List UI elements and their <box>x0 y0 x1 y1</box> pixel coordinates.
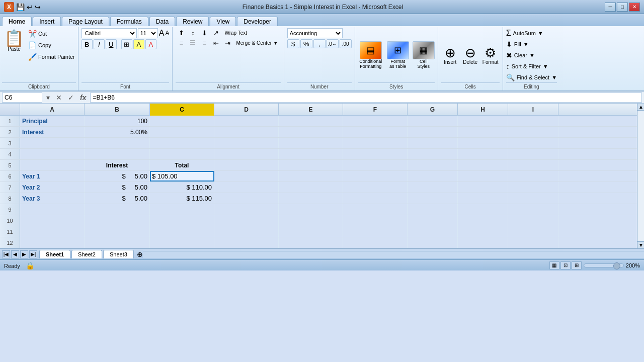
cell-G2[interactable] <box>408 127 458 137</box>
new-sheet-icon[interactable]: ⊕ <box>137 250 143 258</box>
cell-G11[interactable] <box>408 226 458 237</box>
cut-button[interactable]: ✂️ Cut <box>27 28 76 39</box>
row-num-9[interactable]: 9 <box>0 204 20 215</box>
row-num-4[interactable]: 4 <box>0 149 20 159</box>
cell-D7[interactable] <box>214 182 279 193</box>
col-header-D[interactable]: D <box>214 104 279 116</box>
zoom-thumb[interactable] <box>613 262 620 269</box>
cell-C12[interactable] <box>150 237 214 248</box>
cell-D10[interactable] <box>214 215 279 226</box>
align-middle-button[interactable]: ↕ <box>187 28 198 37</box>
cell-F8[interactable] <box>343 193 408 204</box>
cell-A10[interactable] <box>20 215 85 226</box>
cell-E2[interactable] <box>279 127 343 137</box>
cell-D3[interactable] <box>214 138 279 148</box>
row-num-10[interactable]: 10 <box>0 215 20 226</box>
cell-A3[interactable] <box>20 138 85 148</box>
border-button[interactable]: ⊞ <box>121 39 132 49</box>
decimal-right-button[interactable]: .00 <box>340 39 352 48</box>
cell-C11[interactable] <box>150 226 214 237</box>
sheet-next-button[interactable]: ▶ <box>20 250 28 258</box>
row-num-8[interactable]: 8 <box>0 193 20 204</box>
horizontal-scrollbar[interactable] <box>143 251 644 258</box>
decimal-left-button[interactable]: .0← <box>327 39 339 48</box>
tab-developer[interactable]: Developer <box>237 17 278 26</box>
row-num-6[interactable]: 6 <box>0 171 20 182</box>
format-painter-button[interactable]: 🖌️ Format Painter <box>27 51 76 62</box>
cell-B9[interactable] <box>85 204 150 215</box>
text-angle-button[interactable]: ↗ <box>210 28 221 37</box>
cell-I11[interactable] <box>508 226 558 237</box>
cell-G9[interactable] <box>408 204 458 215</box>
font-size-select[interactable]: 11 <box>138 28 158 38</box>
cell-E11[interactable] <box>279 226 343 237</box>
fill-button[interactable]: ⬇ Fill ▼ <box>506 39 557 49</box>
cell-D5[interactable] <box>214 160 279 170</box>
cell-H10[interactable] <box>458 215 508 226</box>
save-icon[interactable]: 💾 <box>16 3 25 11</box>
cell-D12[interactable] <box>214 237 279 248</box>
row-num-3[interactable]: 3 <box>0 138 20 148</box>
tab-view[interactable]: View <box>210 17 236 26</box>
cell-F11[interactable] <box>343 226 408 237</box>
cell-D8[interactable] <box>214 193 279 204</box>
scroll-down-button[interactable]: ▼ <box>637 241 644 248</box>
cell-F7[interactable] <box>343 182 408 193</box>
format-as-table-button[interactable]: ⊞ Formatas Table <box>385 41 411 69</box>
cell-C2[interactable] <box>150 127 214 137</box>
cell-H6[interactable] <box>458 171 508 182</box>
cell-D9[interactable] <box>214 204 279 215</box>
format-button[interactable]: ⚙ Format <box>481 46 500 65</box>
cell-F4[interactable] <box>343 149 408 159</box>
cell-I2[interactable] <box>508 127 558 137</box>
sheet-tab-2[interactable]: Sheet2 <box>71 250 102 258</box>
cell-G10[interactable] <box>408 215 458 226</box>
normal-view-button[interactable]: ▦ <box>549 261 559 269</box>
sort-filter-button[interactable]: ↕ Sort & Filter ▼ <box>506 61 557 71</box>
cell-G3[interactable] <box>408 138 458 148</box>
cell-I4[interactable] <box>508 149 558 159</box>
tab-review[interactable]: Review <box>176 17 209 26</box>
cell-E6[interactable] <box>279 171 343 182</box>
number-format-select[interactable]: Accounting <box>287 28 343 38</box>
cell-A6[interactable]: Year 1 <box>20 171 85 182</box>
cell-F6[interactable] <box>343 171 408 182</box>
cell-C4[interactable] <box>150 149 214 159</box>
cell-B7[interactable]: $ 5.00 <box>85 182 150 193</box>
cell-H3[interactable] <box>458 138 508 148</box>
sheet-tab-3[interactable]: Sheet3 <box>103 250 134 258</box>
align-right-button[interactable]: ≡ <box>199 38 210 47</box>
vertical-scrollbar[interactable]: ▲ ▼ <box>637 104 644 248</box>
cell-A1[interactable]: Principal <box>20 116 85 126</box>
sheet-tab-1[interactable]: Sheet1 <box>39 250 70 258</box>
cell-B11[interactable] <box>85 226 150 237</box>
cell-A11[interactable] <box>20 226 85 237</box>
bold-button[interactable]: B <box>82 39 93 49</box>
scroll-up-button[interactable]: ▲ <box>637 104 644 111</box>
font-shrink-icon[interactable]: A <box>165 30 169 37</box>
cell-C8[interactable]: $ 115.00 <box>150 193 214 204</box>
col-header-A[interactable]: A <box>20 104 85 116</box>
cell-I5[interactable] <box>508 160 558 170</box>
delete-button[interactable]: ⊖ Delete <box>461 46 479 65</box>
cell-B3[interactable] <box>85 138 150 148</box>
cell-H9[interactable] <box>458 204 508 215</box>
col-header-B[interactable]: B <box>85 104 150 116</box>
cell-C1[interactable] <box>150 116 214 126</box>
row-num-1[interactable]: 1 <box>0 116 20 126</box>
tab-data[interactable]: Data <box>149 17 175 26</box>
minimize-button[interactable]: ─ <box>605 3 616 12</box>
underline-button[interactable]: U <box>106 39 117 49</box>
cell-F12[interactable] <box>343 237 408 248</box>
cell-H7[interactable] <box>458 182 508 193</box>
cell-C3[interactable] <box>150 138 214 148</box>
cell-A2[interactable]: Interest <box>20 127 85 137</box>
font-grow-icon[interactable]: A <box>159 29 165 38</box>
cell-G7[interactable] <box>408 182 458 193</box>
undo-icon[interactable]: ↩ <box>27 3 33 11</box>
cell-B6[interactable]: $ 5.00 <box>85 171 150 182</box>
tab-insert[interactable]: Insert <box>33 17 61 26</box>
merge-center-button[interactable]: Merge & Center ▼ <box>233 38 280 47</box>
col-header-F[interactable]: F <box>343 104 408 116</box>
fx-icon[interactable]: fx <box>78 94 88 102</box>
